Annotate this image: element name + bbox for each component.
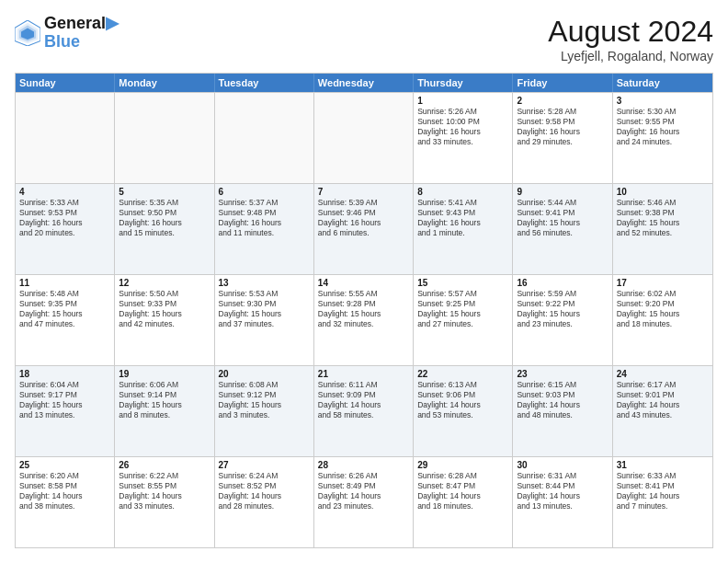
day-number: 10 xyxy=(617,187,709,197)
day-number: 21 xyxy=(318,369,409,379)
day-number: 28 xyxy=(318,460,409,470)
day-number: 19 xyxy=(119,369,210,379)
day-info: Sunrise: 6:28 AM Sunset: 8:47 PM Dayligh… xyxy=(417,471,508,511)
day-cell-15: 15Sunrise: 5:57 AM Sunset: 9:25 PM Dayli… xyxy=(414,275,513,365)
day-info: Sunrise: 5:57 AM Sunset: 9:25 PM Dayligh… xyxy=(417,289,508,329)
calendar-row-4: 18Sunrise: 6:04 AM Sunset: 9:17 PM Dayli… xyxy=(16,365,712,456)
day-cell-17: 17Sunrise: 6:02 AM Sunset: 9:20 PM Dayli… xyxy=(613,275,712,365)
day-info: Sunrise: 6:13 AM Sunset: 9:06 PM Dayligh… xyxy=(417,380,508,420)
day-info: Sunrise: 6:26 AM Sunset: 8:49 PM Dayligh… xyxy=(318,471,409,511)
day-info: Sunrise: 5:44 AM Sunset: 9:41 PM Dayligh… xyxy=(517,198,608,238)
day-info: Sunrise: 6:17 AM Sunset: 9:01 PM Dayligh… xyxy=(617,380,709,420)
day-number: 14 xyxy=(318,278,409,288)
day-info: Sunrise: 5:28 AM Sunset: 9:58 PM Dayligh… xyxy=(517,107,608,147)
subtitle: Lyefjell, Rogaland, Norway xyxy=(548,49,713,63)
day-number: 12 xyxy=(119,278,210,288)
day-number: 6 xyxy=(219,187,310,197)
calendar-header: SundayMondayTuesdayWednesdayThursdayFrid… xyxy=(16,74,712,92)
day-number: 18 xyxy=(19,369,110,379)
weekday-header-saturday: Saturday xyxy=(613,74,712,92)
logo-text: General▶ Blue xyxy=(44,15,119,52)
day-number: 4 xyxy=(19,187,110,197)
day-cell-12: 12Sunrise: 5:50 AM Sunset: 9:33 PM Dayli… xyxy=(115,275,214,365)
empty-cell-0-0 xyxy=(16,93,115,183)
day-number: 26 xyxy=(119,460,210,470)
day-cell-14: 14Sunrise: 5:55 AM Sunset: 9:28 PM Dayli… xyxy=(314,275,414,365)
calendar: SundayMondayTuesdayWednesdayThursdayFrid… xyxy=(15,73,713,548)
day-number: 22 xyxy=(417,369,508,379)
day-info: Sunrise: 5:37 AM Sunset: 9:48 PM Dayligh… xyxy=(219,198,310,238)
weekday-header-wednesday: Wednesday xyxy=(314,74,414,92)
day-number: 15 xyxy=(417,278,508,288)
day-cell-22: 22Sunrise: 6:13 AM Sunset: 9:06 PM Dayli… xyxy=(414,366,513,456)
day-info: Sunrise: 5:53 AM Sunset: 9:30 PM Dayligh… xyxy=(219,289,310,329)
day-info: Sunrise: 6:24 AM Sunset: 8:52 PM Dayligh… xyxy=(219,471,310,511)
day-cell-26: 26Sunrise: 6:22 AM Sunset: 8:55 PM Dayli… xyxy=(115,457,214,547)
day-cell-29: 29Sunrise: 6:28 AM Sunset: 8:47 PM Dayli… xyxy=(414,457,513,547)
day-info: Sunrise: 5:35 AM Sunset: 9:50 PM Dayligh… xyxy=(119,198,210,238)
day-cell-16: 16Sunrise: 5:59 AM Sunset: 9:22 PM Dayli… xyxy=(513,275,612,365)
day-info: Sunrise: 6:31 AM Sunset: 8:44 PM Dayligh… xyxy=(517,471,608,511)
day-cell-2: 2Sunrise: 5:28 AM Sunset: 9:58 PM Daylig… xyxy=(513,93,612,183)
day-info: Sunrise: 5:50 AM Sunset: 9:33 PM Dayligh… xyxy=(119,289,210,329)
day-number: 23 xyxy=(517,369,608,379)
day-cell-31: 31Sunrise: 6:33 AM Sunset: 8:41 PM Dayli… xyxy=(613,457,712,547)
day-cell-24: 24Sunrise: 6:17 AM Sunset: 9:01 PM Dayli… xyxy=(613,366,712,456)
day-number: 27 xyxy=(219,460,310,470)
day-cell-6: 6Sunrise: 5:37 AM Sunset: 9:48 PM Daylig… xyxy=(215,184,314,274)
day-info: Sunrise: 6:04 AM Sunset: 9:17 PM Dayligh… xyxy=(19,380,110,420)
day-info: Sunrise: 6:06 AM Sunset: 9:14 PM Dayligh… xyxy=(119,380,210,420)
day-number: 29 xyxy=(417,460,508,470)
empty-cell-0-3 xyxy=(314,93,414,183)
title-block: August 2024 Lyefjell, Rogaland, Norway xyxy=(548,15,713,63)
day-number: 1 xyxy=(417,96,508,106)
day-number: 17 xyxy=(617,278,709,288)
weekday-header-friday: Friday xyxy=(513,74,612,92)
day-info: Sunrise: 5:26 AM Sunset: 10:00 PM Daylig… xyxy=(417,107,508,147)
day-number: 13 xyxy=(219,278,310,288)
day-info: Sunrise: 6:22 AM Sunset: 8:55 PM Dayligh… xyxy=(119,471,210,511)
calendar-row-3: 11Sunrise: 5:48 AM Sunset: 9:35 PM Dayli… xyxy=(16,274,712,365)
day-info: Sunrise: 5:55 AM Sunset: 9:28 PM Dayligh… xyxy=(318,289,409,329)
day-cell-9: 9Sunrise: 5:44 AM Sunset: 9:41 PM Daylig… xyxy=(513,184,612,274)
day-info: Sunrise: 5:48 AM Sunset: 9:35 PM Dayligh… xyxy=(19,289,110,329)
day-number: 11 xyxy=(19,278,110,288)
day-cell-13: 13Sunrise: 5:53 AM Sunset: 9:30 PM Dayli… xyxy=(215,275,314,365)
day-number: 8 xyxy=(417,187,508,197)
day-info: Sunrise: 6:02 AM Sunset: 9:20 PM Dayligh… xyxy=(617,289,709,329)
day-cell-1: 1Sunrise: 5:26 AM Sunset: 10:00 PM Dayli… xyxy=(414,93,513,183)
calendar-row-1: 1Sunrise: 5:26 AM Sunset: 10:00 PM Dayli… xyxy=(16,92,712,183)
day-number: 7 xyxy=(318,187,409,197)
empty-cell-0-2 xyxy=(215,93,314,183)
day-number: 2 xyxy=(517,96,608,106)
day-cell-23: 23Sunrise: 6:15 AM Sunset: 9:03 PM Dayli… xyxy=(513,366,612,456)
empty-cell-0-1 xyxy=(115,93,214,183)
day-cell-3: 3Sunrise: 5:30 AM Sunset: 9:55 PM Daylig… xyxy=(613,93,712,183)
day-info: Sunrise: 6:11 AM Sunset: 9:09 PM Dayligh… xyxy=(318,380,409,420)
calendar-body: 1Sunrise: 5:26 AM Sunset: 10:00 PM Dayli… xyxy=(16,92,712,547)
day-cell-4: 4Sunrise: 5:33 AM Sunset: 9:53 PM Daylig… xyxy=(16,184,115,274)
day-number: 3 xyxy=(617,96,709,106)
day-cell-21: 21Sunrise: 6:11 AM Sunset: 9:09 PM Dayli… xyxy=(314,366,414,456)
day-info: Sunrise: 6:20 AM Sunset: 8:58 PM Dayligh… xyxy=(19,471,110,511)
day-number: 25 xyxy=(19,460,110,470)
day-cell-5: 5Sunrise: 5:35 AM Sunset: 9:50 PM Daylig… xyxy=(115,184,214,274)
day-cell-19: 19Sunrise: 6:06 AM Sunset: 9:14 PM Dayli… xyxy=(115,366,214,456)
day-number: 30 xyxy=(517,460,608,470)
logo-icon xyxy=(15,20,40,46)
calendar-row-2: 4Sunrise: 5:33 AM Sunset: 9:53 PM Daylig… xyxy=(16,183,712,274)
day-cell-20: 20Sunrise: 6:08 AM Sunset: 9:12 PM Dayli… xyxy=(215,366,314,456)
day-number: 24 xyxy=(617,369,709,379)
day-cell-7: 7Sunrise: 5:39 AM Sunset: 9:46 PM Daylig… xyxy=(314,184,414,274)
weekday-header-monday: Monday xyxy=(115,74,214,92)
day-cell-25: 25Sunrise: 6:20 AM Sunset: 8:58 PM Dayli… xyxy=(16,457,115,547)
header: General▶ Blue August 2024 Lyefjell, Roga… xyxy=(15,15,713,63)
day-cell-27: 27Sunrise: 6:24 AM Sunset: 8:52 PM Dayli… xyxy=(215,457,314,547)
day-info: Sunrise: 6:15 AM Sunset: 9:03 PM Dayligh… xyxy=(517,380,608,420)
day-cell-28: 28Sunrise: 6:26 AM Sunset: 8:49 PM Dayli… xyxy=(314,457,414,547)
day-info: Sunrise: 5:30 AM Sunset: 9:55 PM Dayligh… xyxy=(617,107,709,147)
day-number: 16 xyxy=(517,278,608,288)
day-info: Sunrise: 5:41 AM Sunset: 9:43 PM Dayligh… xyxy=(417,198,508,238)
main-title: August 2024 xyxy=(548,15,713,49)
page: General▶ Blue August 2024 Lyefjell, Roga… xyxy=(0,0,728,563)
